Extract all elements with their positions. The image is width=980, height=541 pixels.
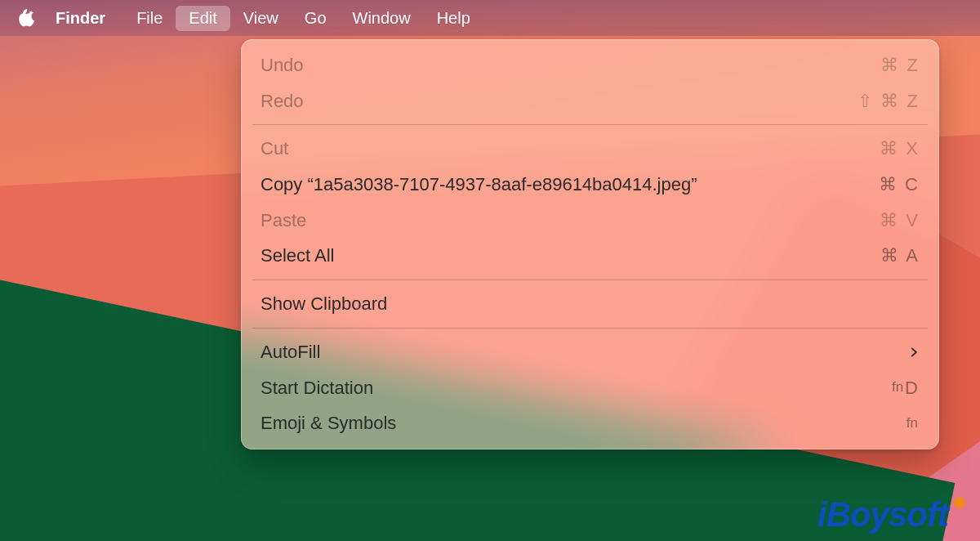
menu-item-shortcut: ⌘ Z xyxy=(880,53,920,78)
menubar-app-name[interactable]: Finder xyxy=(49,6,112,31)
menu-item-show-clipboard[interactable]: Show Clipboard xyxy=(241,286,939,322)
menu-item-label: Paste xyxy=(261,208,860,233)
watermark-dot-icon xyxy=(954,497,965,508)
menu-item-cut: Cut ⌘ X xyxy=(241,131,939,167)
menu-item-label: Emoji & Symbols xyxy=(261,411,887,436)
menu-item-label: Redo xyxy=(261,89,838,114)
menu-item-shortcut: ⌘ X xyxy=(880,136,920,161)
menubar-item-view[interactable]: View xyxy=(230,6,292,31)
menu-item-shortcut: ⌘ V xyxy=(880,208,920,233)
watermark-logo: iBoysoft xyxy=(817,495,960,534)
submenu-indicator xyxy=(908,343,920,361)
menu-item-label: Copy “1a5a3038-7107-4937-8aaf-e89614ba04… xyxy=(261,172,859,197)
menu-item-select-all[interactable]: Select All ⌘ A xyxy=(241,238,939,274)
menu-separator xyxy=(252,279,928,280)
menu-item-shortcut: fn D xyxy=(892,376,920,400)
menu-item-copy[interactable]: Copy “1a5a3038-7107-4937-8aaf-e89614ba04… xyxy=(241,167,939,203)
menu-item-label: AutoFill xyxy=(261,340,889,364)
menu-item-paste: Paste ⌘ V xyxy=(241,203,939,239)
chevron-right-icon xyxy=(908,343,920,361)
watermark-text: iBoysoft xyxy=(817,495,948,534)
menu-item-start-dictation[interactable]: Start Dictation fn D xyxy=(241,370,939,406)
menu-item-label: Undo xyxy=(261,53,861,78)
menu-separator xyxy=(252,124,928,125)
menu-item-label: Cut xyxy=(261,136,860,161)
menu-separator xyxy=(252,328,928,329)
menu-item-emoji-symbols[interactable]: Emoji & Symbols fn xyxy=(241,405,939,441)
menu-item-autofill[interactable]: AutoFill xyxy=(241,334,939,370)
menubar-item-help[interactable]: Help xyxy=(424,6,483,31)
menubar-item-edit[interactable]: Edit xyxy=(176,6,229,31)
menubar-item-file[interactable]: File xyxy=(123,6,176,31)
menubar-item-window[interactable]: Window xyxy=(340,6,424,31)
menu-item-shortcut: ⌘ C xyxy=(879,172,920,197)
menu-item-undo: Undo ⌘ Z xyxy=(241,47,939,83)
menu-item-shortcut: ⌘ A xyxy=(880,244,920,268)
menu-item-redo: Redo ⇧ ⌘ Z xyxy=(241,83,939,119)
menu-item-shortcut: fn xyxy=(906,414,920,433)
menu-item-label: Show Clipboard xyxy=(261,292,900,316)
menu-item-label: Select All xyxy=(261,244,861,268)
menubar-item-go[interactable]: Go xyxy=(292,6,340,31)
apple-logo-icon[interactable] xyxy=(16,9,34,27)
menu-item-label: Start Dictation xyxy=(261,376,872,400)
menu-bar: Finder File Edit View Go Window Help xyxy=(0,0,980,36)
edit-menu-dropdown: Undo ⌘ Z Redo ⇧ ⌘ Z Cut ⌘ X Copy “1a5a30… xyxy=(241,39,939,449)
menu-item-shortcut: ⇧ ⌘ Z xyxy=(858,89,920,114)
